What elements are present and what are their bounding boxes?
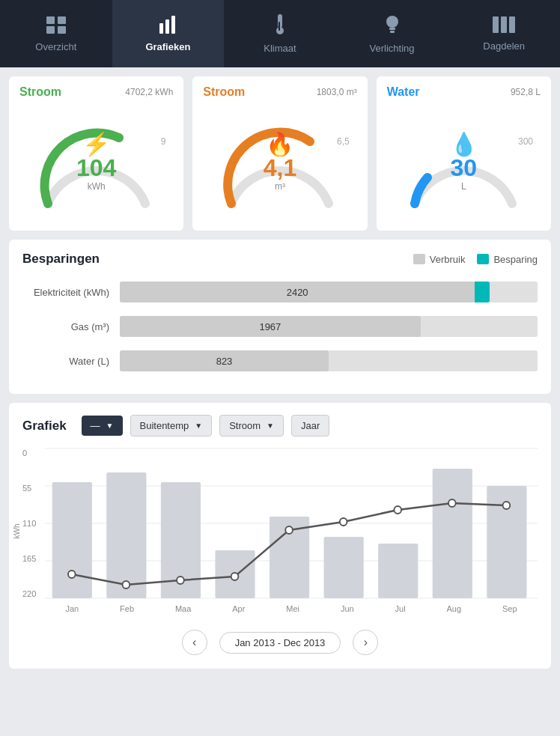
svg-rect-9 (279, 22, 280, 31)
next-button[interactable]: › (353, 630, 378, 655)
svg-point-30 (68, 571, 76, 578)
bar-track-elektriciteit: 2420 (120, 282, 538, 302)
legend-besparing: Besparing (477, 254, 538, 265)
nav-item-overzicht[interactable]: Overzicht (0, 0, 112, 67)
y-label-1: 165 (22, 554, 45, 563)
card-water-value: 30 (450, 156, 478, 180)
nav-label-dagdelen: Dagdelen (483, 40, 525, 52)
bar-row-elektriciteit: Elektriciteit (kWh) 2420 (22, 279, 538, 305)
pagination: ‹ Jan 2013 - Dec 2013 › (22, 621, 538, 661)
legend-besparing-box (477, 254, 489, 264)
x-label-jun: Jun (341, 604, 354, 613)
bar-value-gas: 1967 (259, 321, 281, 332)
y-label-2: 110 (22, 519, 45, 528)
card-stroom: Stroom 4702,2 kWh ⚡ 104 kWh 9 (9, 76, 183, 231)
bar-track-water: 823 (120, 350, 538, 371)
nav-item-klimaat[interactable]: Klimaat (224, 0, 336, 67)
svg-point-33 (231, 573, 239, 580)
svg-rect-26 (324, 537, 364, 598)
legend-verbruik-box (413, 254, 425, 264)
grafiek-title: Grafiek (22, 419, 67, 434)
bar-label-water: Water (L) (22, 356, 120, 367)
card-stroom-header: Stroom 4702,2 kWh (19, 85, 173, 99)
x-label-mei: Mei (286, 604, 299, 613)
dropdown-1-label: — (91, 420, 100, 431)
y-label-0: 220 (22, 589, 45, 598)
card-water-header: Water 952,8 L (387, 85, 541, 99)
dropdown-stroom-arrow: ▼ (267, 422, 274, 430)
svg-rect-2 (46, 26, 55, 34)
klimaat-icon (274, 14, 286, 38)
overzicht-icon (46, 16, 67, 37)
card-water-unit: L (450, 181, 478, 192)
nav-item-verlichting[interactable]: Verlichting (336, 0, 448, 67)
chart-area: kWh 220 165 110 55 0 (22, 448, 538, 621)
y-label-3: 55 (22, 484, 45, 493)
x-label-aug: Aug (446, 604, 461, 613)
svg-rect-11 (389, 28, 395, 30)
grafieken-icon (158, 16, 177, 37)
bar-track-gas: 1967 (120, 316, 538, 337)
dropdown-jaar[interactable]: Jaar (291, 415, 329, 437)
svg-rect-5 (165, 19, 169, 34)
x-label-apr: Apr (232, 604, 245, 613)
dropdown-buitentemp[interactable]: Buitentemp ▼ (130, 415, 213, 437)
svg-rect-1 (58, 16, 66, 24)
card-water-gauge: 💧 30 L 300 (387, 106, 541, 219)
prev-button[interactable]: ‹ (182, 630, 207, 655)
x-label-feb: Feb (120, 604, 134, 613)
card-gas: Stroom 1803,0 m³ 🔥 4,1 m³ 6,5 (192, 76, 367, 231)
svg-point-35 (340, 518, 347, 526)
card-stroom-title: Stroom (19, 85, 61, 99)
nav-item-dagdelen[interactable]: Dagdelen (448, 0, 560, 67)
stroom-icon: ⚡ (76, 133, 116, 156)
x-label-maa: Maa (175, 604, 191, 613)
bar-row-water: Water (L) 823 (22, 347, 538, 374)
svg-point-10 (386, 16, 398, 28)
card-stroom-subtitle: 4702,2 kWh (125, 87, 173, 97)
bar-value-elektriciteit: 2420 (287, 287, 308, 298)
legend-verbruik: Verbruik (413, 254, 466, 265)
svg-rect-21 (52, 482, 92, 598)
svg-point-37 (448, 499, 456, 507)
dropdown-jaar-label: Jaar (301, 420, 320, 431)
y-axis-label: kWh (13, 524, 21, 539)
card-gas-title: Stroom (203, 85, 245, 99)
bar-fill-elektriciteit: 2420 (120, 282, 475, 302)
nav-label-verlichting: Verlichting (370, 43, 415, 54)
svg-rect-0 (46, 16, 55, 24)
legend: Verbruik Besparing (413, 254, 538, 265)
card-gas-max: 6,5 (337, 136, 350, 147)
gauge-stroom-center: ⚡ 104 kWh (76, 133, 116, 192)
nav-label-klimaat: Klimaat (264, 43, 296, 54)
grafiek-header: Grafiek — ▼ Buitentemp ▼ Stroom ▼ Jaar (22, 415, 538, 437)
card-gas-header: Stroom 1803,0 m³ (203, 85, 356, 99)
dropdown-1[interactable]: — ▼ (82, 416, 123, 436)
svg-rect-27 (378, 544, 418, 598)
bar-value-water: 823 (216, 356, 233, 367)
svg-rect-6 (171, 16, 175, 34)
nav-item-grafieken[interactable]: Grafieken (112, 0, 225, 67)
bar-fill-gas: 1967 (120, 316, 421, 337)
legend-verbruik-label: Verbruik (430, 254, 466, 265)
nav-label-overzicht: Overzicht (35, 41, 76, 52)
svg-rect-22 (106, 472, 146, 598)
svg-rect-13 (493, 16, 499, 33)
besparingen-header: Besparingen Verbruik Besparing (22, 252, 538, 267)
svg-rect-15 (509, 16, 515, 33)
dropdown-stroom[interactable]: Stroom ▼ (219, 415, 284, 437)
x-axis-labels: Jan Feb Maa Apr Mei Jun Jul Aug Sep (22, 604, 538, 613)
bar-label-gas: Gas (m³) (22, 321, 120, 332)
y-axis-labels: 220 165 110 55 0 (22, 448, 45, 598)
svg-point-31 (123, 581, 130, 589)
svg-rect-12 (390, 31, 395, 33)
y-label-4: 0 (22, 448, 45, 457)
dagdelen-icon (493, 16, 515, 36)
water-icon: 💧 (450, 133, 478, 156)
svg-rect-3 (58, 26, 66, 34)
bar-fill-water: 823 (120, 350, 329, 371)
gas-icon: 🔥 (264, 133, 296, 156)
dropdown-buitentemp-arrow: ▼ (195, 422, 202, 430)
legend-besparing-label: Besparing (493, 254, 538, 265)
card-gas-subtitle: 1803,0 m³ (317, 87, 357, 97)
